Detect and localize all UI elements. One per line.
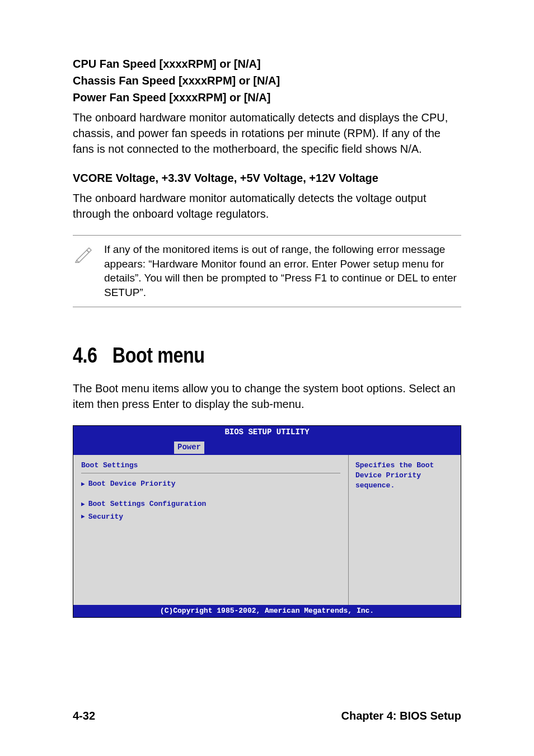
paragraph-voltage-desc: The onboard hardware monitor automatical… xyxy=(73,190,461,222)
note-pencil-icon xyxy=(73,242,93,262)
paragraph-fan-desc: The onboard hardware monitor automatical… xyxy=(73,110,461,157)
bios-screenshot: BIOS SETUP UTILITY Power Boot Settings ▶… xyxy=(73,425,461,618)
triangle-right-icon: ▶ xyxy=(81,500,85,509)
bios-section-title: Boot Settings xyxy=(81,461,340,471)
bios-help-panel: Specifies the Boot Device Priority seque… xyxy=(349,455,461,605)
triangle-right-icon: ▶ xyxy=(81,513,85,521)
bios-help-text: Specifies the Boot Device Priority seque… xyxy=(355,461,454,491)
triangle-right-icon: ▶ xyxy=(81,480,85,489)
bios-item-label: Boot Settings Configuration xyxy=(88,499,207,509)
bios-tab-row: Power xyxy=(73,438,461,455)
paragraph-boot-desc: The Boot menu items allow you to change … xyxy=(73,381,461,412)
chapter-label: Chapter 4: BIOS Setup xyxy=(341,710,461,722)
section-heading: 4.6Boot menu xyxy=(73,341,403,370)
bios-item-security: ▶ Security xyxy=(81,512,340,522)
heading-power-fan: Power Fan Speed [xxxxRPM] or [N/A] xyxy=(73,90,461,105)
bios-tab-power: Power xyxy=(174,442,204,454)
bios-item-boot-device-priority: ▶ Boot Device Priority xyxy=(81,479,340,489)
heading-cpu-fan: CPU Fan Speed [xxxxRPM] or [N/A] xyxy=(73,56,461,72)
bios-item-label: Boot Device Priority xyxy=(88,479,176,489)
page-footer: 4-32 Chapter 4: BIOS Setup xyxy=(73,710,461,722)
bios-item-label: Security xyxy=(88,512,123,522)
bios-left-panel: Boot Settings ▶ Boot Device Priority ▶ B… xyxy=(73,455,349,605)
heading-chassis-fan: Chassis Fan Speed [xxxxRPM] or [N/A] xyxy=(73,73,461,88)
note-text: If any of the monitored items is out of … xyxy=(104,242,461,300)
section-title-text: Boot menu xyxy=(113,344,205,367)
section-number: 4.6 xyxy=(73,341,97,370)
bios-item-boot-settings-config: ▶ Boot Settings Configuration xyxy=(81,499,340,509)
bios-header-title: BIOS SETUP UTILITY xyxy=(73,426,461,438)
bios-divider xyxy=(81,473,340,473)
heading-voltage: VCORE Voltage, +3.3V Voltage, +5V Voltag… xyxy=(73,170,461,186)
page-number: 4-32 xyxy=(73,710,95,722)
note-callout: If any of the monitored items is out of … xyxy=(73,235,461,307)
bios-footer-copyright: (C)Copyright 1985-2002, American Megatre… xyxy=(73,605,461,617)
